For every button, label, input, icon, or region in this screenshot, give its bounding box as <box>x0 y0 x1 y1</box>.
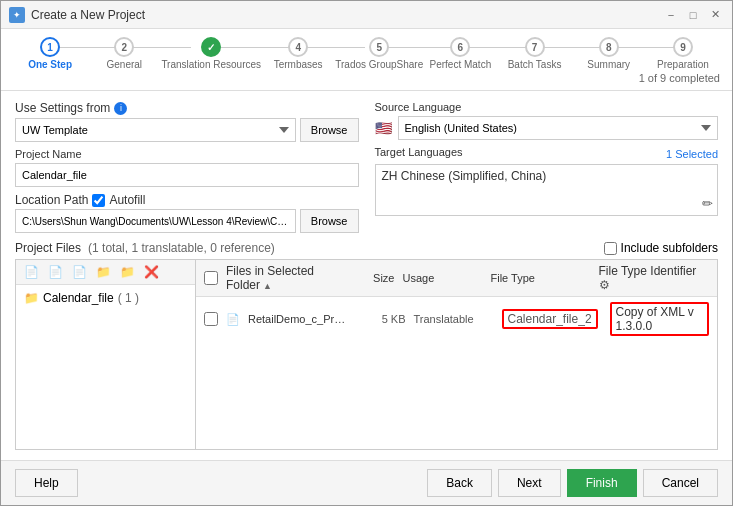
step-2-circle: 2 <box>114 37 134 57</box>
step-9-label: Preparation <box>657 59 709 70</box>
main-content: Use Settings from i UW Template Browse P… <box>1 91 732 460</box>
table-row: 📄 RetailDemo_c_PrePop_en_Calendar.xml 5 … <box>196 299 717 339</box>
finish-button[interactable]: Finish <box>567 469 637 497</box>
footer-left: Help <box>15 469 78 497</box>
include-subfolders-label[interactable]: Include subfolders <box>604 241 718 255</box>
source-flag-icon: 🇺🇸 <box>375 120 392 136</box>
tree-item-calendar[interactable]: 📁 Calendar_file ( 1 ) <box>20 289 191 307</box>
include-subfolders-checkbox[interactable] <box>604 242 617 255</box>
folder-icon: 📁 <box>24 291 39 305</box>
step-9[interactable]: 9 Preparation <box>646 37 720 70</box>
step-4-circle: 4 <box>288 37 308 57</box>
window-title: Create a New Project <box>31 8 662 22</box>
step-8-circle: 8 <box>599 37 619 57</box>
step-6-circle: 6 <box>450 37 470 57</box>
target-selected-count[interactable]: 1 Selected <box>666 148 718 160</box>
settings-row: Use Settings from i UW Template Browse P… <box>15 101 718 233</box>
next-button[interactable]: Next <box>498 469 561 497</box>
step-6[interactable]: 6 Perfect Match <box>423 37 497 70</box>
column-settings-icon[interactable]: ⚙ <box>599 278 610 292</box>
step-5[interactable]: 5 Trados GroupShare <box>335 37 423 70</box>
step-5-circle: 5 <box>369 37 389 57</box>
file-type-id-cell: Copy of XML v 1.3.0.0 <box>610 302 710 336</box>
col-header-file-type-id: File Type Identifier ⚙ <box>599 264 710 292</box>
project-name-input[interactable] <box>15 163 359 187</box>
file-toolbar: 📄 📄 📄 📁 📁 ❌ <box>16 260 195 285</box>
step-8-label: Summary <box>587 59 630 70</box>
target-language-header: Target Languages 1 Selected <box>375 146 719 161</box>
help-button[interactable]: Help <box>15 469 78 497</box>
step-1-label: One Step <box>28 59 72 70</box>
toolbar-btn-new2[interactable]: 📄 <box>44 262 66 282</box>
cancel-button[interactable]: Cancel <box>643 469 718 497</box>
maximize-button[interactable]: □ <box>684 6 702 24</box>
location-row: Browse <box>15 209 359 233</box>
source-language-select[interactable]: English (United States) <box>398 116 719 140</box>
close-button[interactable]: ✕ <box>706 6 724 24</box>
source-language-label: Source Language <box>375 101 719 113</box>
edit-target-icon[interactable]: ✏ <box>702 196 713 211</box>
location-path-input[interactable] <box>15 209 296 233</box>
tree-item-count: ( 1 ) <box>118 291 139 305</box>
step-7-circle: 7 <box>525 37 545 57</box>
right-panel: Files in Selected Folder ▲ Size Usage Fi… <box>196 260 717 449</box>
step-3[interactable]: ✓ Translation Resources <box>161 37 261 70</box>
toolbar-btn-remove[interactable]: ❌ <box>140 262 162 282</box>
info-icon[interactable]: i <box>114 102 127 115</box>
target-language-label: Target Languages <box>375 146 463 158</box>
source-language-row: 🇺🇸 English (United States) <box>375 116 719 140</box>
location-browse-button[interactable]: Browse <box>300 209 359 233</box>
toolbar-btn-folder[interactable]: 📁 <box>92 262 114 282</box>
step-5-label: Trados GroupShare <box>335 59 423 70</box>
location-label: Location Path Autofill <box>15 193 359 207</box>
step-8[interactable]: 8 Summary <box>572 37 646 70</box>
settings-from-select[interactable]: UW Template <box>15 118 296 142</box>
col-header-files: Files in Selected Folder ▲ <box>226 264 337 292</box>
app-icon: ✦ <box>9 7 25 23</box>
left-column: Use Settings from i UW Template Browse P… <box>15 101 359 233</box>
file-type-icon: 📄 <box>226 313 240 326</box>
titlebar: ✦ Create a New Project − □ ✕ <box>1 1 732 29</box>
footer-right: Back Next Finish Cancel <box>427 469 718 497</box>
step-2-label: General <box>106 59 142 70</box>
settings-browse-button[interactable]: Browse <box>300 118 359 142</box>
toolbar-btn-new3[interactable]: 📄 <box>68 262 90 282</box>
project-files-header: Project Files (1 total, 1 translatable, … <box>15 241 718 255</box>
step-2[interactable]: 2 General <box>87 37 161 70</box>
settings-from-label: Use Settings from i <box>15 101 359 115</box>
wizard-steps: 1 One Step 2 General ✓ Translation Resou… <box>1 29 732 91</box>
right-column: Source Language 🇺🇸 English (United State… <box>375 101 719 233</box>
left-panel: 📄 📄 📄 📁 📁 ❌ 📁 Calendar_file ( 1 ) <box>16 260 196 449</box>
toolbar-btn-folder2[interactable]: 📁 <box>116 262 138 282</box>
main-window: ✦ Create a New Project − □ ✕ 1 One Step … <box>0 0 733 506</box>
steps-row: 1 One Step 2 General ✓ Translation Resou… <box>13 37 720 70</box>
col-header-size: Size <box>345 272 395 284</box>
project-files-label: Project Files (1 total, 1 translatable, … <box>15 241 275 255</box>
minimize-button[interactable]: − <box>662 6 680 24</box>
file-row-checkbox[interactable] <box>204 312 218 326</box>
autofill-checkbox[interactable] <box>92 194 105 207</box>
col-header-file-type: File Type <box>491 272 591 284</box>
target-language-box: ZH Chinese (Simplified, China) ✏ <box>375 164 719 216</box>
file-type-highlight: Calendar_file_2 <box>502 309 598 329</box>
toolbar-btn-new-file[interactable]: 📄 <box>20 262 42 282</box>
col-header-usage: Usage <box>403 272 483 284</box>
file-usage: Translatable <box>414 313 494 325</box>
progress-text: 1 of 9 completed <box>13 72 720 84</box>
sort-arrow-icon: ▲ <box>263 281 272 291</box>
file-name: RetailDemo_c_PrePop_en_Calendar.xml <box>248 313 348 325</box>
files-area: 📄 📄 📄 📁 📁 ❌ 📁 Calendar_file ( 1 ) <box>15 259 718 450</box>
tree-item-label: Calendar_file <box>43 291 114 305</box>
back-button[interactable]: Back <box>427 469 492 497</box>
step-7[interactable]: 7 Batch Tasks <box>497 37 571 70</box>
settings-from-row: UW Template Browse <box>15 118 359 142</box>
file-tree: 📁 Calendar_file ( 1 ) <box>16 285 195 449</box>
step-4[interactable]: 4 Termbases <box>261 37 335 70</box>
file-size: 5 KB <box>356 313 406 325</box>
select-all-checkbox[interactable] <box>204 271 218 285</box>
step-4-label: Termbases <box>274 59 323 70</box>
step-1[interactable]: 1 One Step <box>13 37 87 70</box>
step-3-circle: ✓ <box>201 37 221 57</box>
project-name-label: Project Name <box>15 148 359 160</box>
step-7-label: Batch Tasks <box>508 59 562 70</box>
